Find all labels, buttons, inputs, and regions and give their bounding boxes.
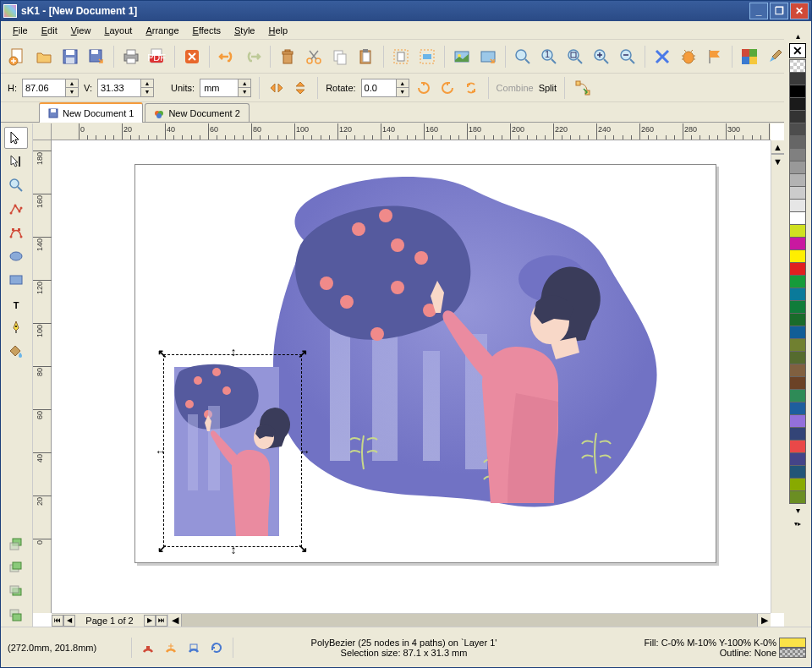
- menu-edit[interactable]: Edit: [35, 24, 64, 37]
- color-swatch[interactable]: [789, 135, 806, 149]
- v-input[interactable]: 31.33: [97, 79, 141, 97]
- color-swatch[interactable]: [789, 161, 806, 174]
- menu-file[interactable]: File: [6, 24, 35, 37]
- color-swatch[interactable]: [789, 402, 806, 415]
- color-swatch[interactable]: [789, 110, 806, 123]
- split-button[interactable]: Split: [539, 83, 557, 93]
- rotate-cw-button[interactable]: [438, 79, 457, 97]
- horizontal-scrollbar[interactable]: ◀ ▶: [168, 613, 771, 627]
- refresh-button[interactable]: [206, 638, 226, 658]
- new-button[interactable]: [6, 45, 30, 68]
- color-swatch[interactable]: [789, 440, 806, 453]
- color-swatch[interactable]: [789, 72, 806, 85]
- rotate-ccw-button[interactable]: [414, 79, 433, 97]
- color-swatch[interactable]: [789, 148, 806, 162]
- zoom-button[interactable]: [511, 45, 535, 68]
- redo-button[interactable]: [241, 45, 265, 68]
- menu-view[interactable]: View: [64, 24, 98, 37]
- export-pdf-button[interactable]: PDF: [145, 45, 169, 68]
- convert-curve-button[interactable]: [573, 78, 593, 98]
- rot-spin-up[interactable]: ▲: [397, 79, 409, 88]
- v-spin-down[interactable]: ▼: [141, 88, 153, 96]
- fit-selection-button[interactable]: [415, 45, 439, 68]
- color-swatch[interactable]: [789, 211, 806, 225]
- color-swatch[interactable]: [789, 262, 806, 276]
- color-swatch[interactable]: [789, 186, 806, 200]
- pen-tool[interactable]: [4, 316, 28, 338]
- vertical-scrollbar[interactable]: ▲ ▼: [771, 140, 784, 613]
- registration-swatch[interactable]: [789, 59, 806, 73]
- selection-tool[interactable]: [4, 127, 28, 149]
- rectangle-tool[interactable]: [4, 269, 28, 291]
- open-button[interactable]: [32, 45, 56, 68]
- color-dialog-button[interactable]: [738, 45, 761, 68]
- close-button[interactable]: ✕: [790, 3, 809, 19]
- rotate-180-button[interactable]: [462, 79, 480, 97]
- import-image-button[interactable]: [450, 45, 474, 68]
- ruler-origin[interactable]: [33, 123, 52, 140]
- color-swatch[interactable]: [789, 123, 806, 136]
- color-swatch[interactable]: [789, 452, 806, 466]
- menu-arrange[interactable]: Arrange: [139, 24, 185, 37]
- unit-spin-down[interactable]: ▼: [239, 88, 250, 96]
- fill-tool[interactable]: [4, 340, 28, 362]
- color-swatch[interactable]: [789, 427, 806, 441]
- page-first-button[interactable]: ⏮: [52, 615, 63, 627]
- color-swatch[interactable]: [789, 376, 806, 390]
- lower-button[interactable]: [4, 581, 28, 603]
- horizontal-ruler[interactable]: 0204060801001201401601802002202402602803…: [52, 123, 771, 140]
- paste-button[interactable]: [354, 45, 378, 68]
- save-as-button[interactable]: [85, 45, 108, 68]
- maximize-button[interactable]: ❐: [770, 3, 788, 19]
- palette-scroll-down[interactable]: ▾: [789, 503, 806, 517]
- palette-scroll-up[interactable]: ▴: [789, 29, 806, 42]
- color-swatch[interactable]: [789, 490, 806, 504]
- h-spin-up[interactable]: ▲: [66, 79, 78, 88]
- color-swatch[interactable]: [789, 351, 806, 364]
- palette-menu-button[interactable]: ▾▸: [789, 517, 806, 530]
- color-swatch[interactable]: [789, 326, 806, 339]
- close-doc-button[interactable]: [180, 45, 204, 68]
- color-swatch[interactable]: [789, 287, 806, 301]
- menu-style[interactable]: Style: [228, 24, 261, 37]
- color-swatch[interactable]: [789, 313, 806, 326]
- zoom-in-button[interactable]: [590, 45, 613, 68]
- zoom-100-button[interactable]: 1: [537, 45, 561, 68]
- rot-spin-down[interactable]: ▼: [397, 88, 409, 96]
- document-tab[interactable]: New Document 1: [39, 102, 143, 123]
- flag-button[interactable]: [703, 45, 727, 68]
- cut-button[interactable]: [302, 45, 326, 68]
- fit-page-button[interactable]: [389, 45, 413, 68]
- document-tab[interactable]: New Document 2: [145, 103, 249, 122]
- text-tool[interactable]: T: [4, 293, 28, 315]
- color-swatch[interactable]: [789, 389, 806, 402]
- flip-v-button[interactable]: [291, 79, 310, 97]
- bug-button[interactable]: [677, 45, 700, 68]
- color-swatch[interactable]: [789, 465, 806, 479]
- color-swatch[interactable]: [789, 237, 806, 250]
- page-prev-button[interactable]: ◀: [63, 615, 75, 627]
- zoom-fit-button[interactable]: [563, 45, 587, 68]
- h-input[interactable]: 87.06: [22, 79, 66, 97]
- h-spin-down[interactable]: ▼: [66, 88, 78, 96]
- color-swatch[interactable]: [789, 173, 806, 187]
- v-spin-up[interactable]: ▲: [141, 79, 153, 88]
- menu-help[interactable]: Help: [261, 24, 294, 37]
- color-swatch[interactable]: [789, 414, 806, 428]
- node-edit-tool[interactable]: [4, 151, 28, 172]
- color-swatch[interactable]: [789, 224, 806, 238]
- zoom-out-button[interactable]: [616, 45, 639, 68]
- lower-bottom-button[interactable]: [4, 605, 28, 627]
- undo-button[interactable]: [215, 45, 239, 68]
- delete-button[interactable]: [276, 45, 299, 68]
- save-button[interactable]: [58, 45, 82, 68]
- color-swatch[interactable]: [789, 85, 806, 98]
- fill-swatch[interactable]: [779, 638, 806, 648]
- snap-guide-button[interactable]: [162, 638, 181, 658]
- raise-top-button[interactable]: [4, 534, 28, 556]
- color-swatch[interactable]: [789, 364, 806, 377]
- zoom-tool[interactable]: [4, 174, 28, 196]
- snap-object-button[interactable]: [184, 638, 204, 658]
- bezier-tool[interactable]: [4, 222, 28, 244]
- snap-grid-button[interactable]: [139, 638, 158, 658]
